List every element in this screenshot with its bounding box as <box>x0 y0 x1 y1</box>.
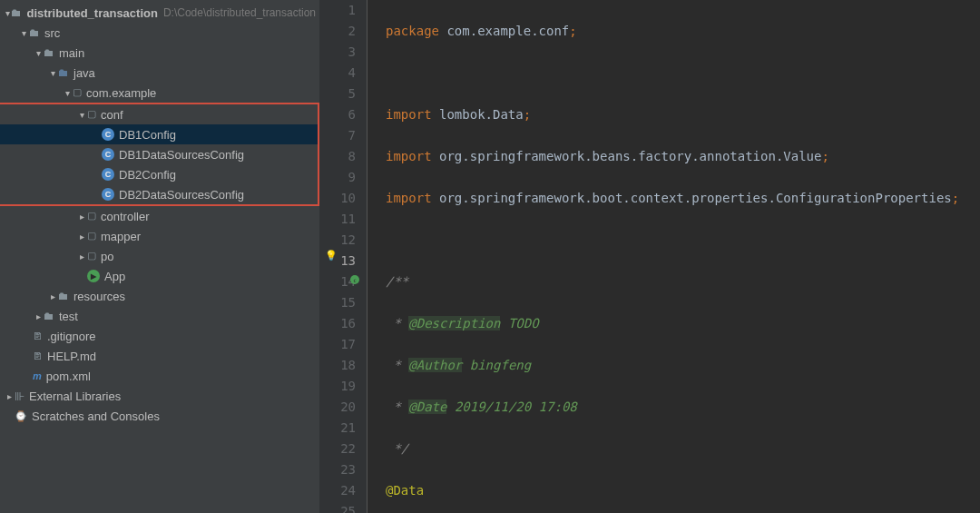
tree-root[interactable]: distributed_transaction D:\Code\distribu… <box>0 3 319 23</box>
file-icon: 🖹 <box>33 350 43 361</box>
tree-label: .gitignore <box>47 330 95 343</box>
line-number: 11 <box>319 209 356 230</box>
tree-label: pom.xml <box>46 370 91 383</box>
tree-label: App <box>104 270 125 283</box>
line-number: 24 <box>319 480 356 501</box>
line-number: 23 <box>319 459 356 480</box>
folder-icon <box>44 310 54 322</box>
line-number: 12 <box>319 230 356 251</box>
file-icon: 🖹 <box>33 330 43 341</box>
tree-item-db1config[interactable]: C DB1Config <box>0 124 318 144</box>
expand-icon[interactable] <box>47 291 58 301</box>
expand-icon[interactable] <box>18 28 29 38</box>
tree-item-test[interactable]: test <box>0 306 319 326</box>
project-tree[interactable]: distributed_transaction D:\Code\distribu… <box>0 0 319 513</box>
line-number: 21 <box>319 418 356 439</box>
line-number: 15 <box>319 292 356 313</box>
code-line: import org.springframework.boot.context.… <box>386 188 980 209</box>
expand-icon[interactable] <box>4 8 11 18</box>
code-content[interactable]: package com.example.conf; import lombok.… <box>368 0 980 513</box>
tree-item-pom[interactable]: m pom.xml <box>0 366 319 386</box>
tree-item-java[interactable]: java <box>0 63 319 83</box>
expand-icon[interactable] <box>33 48 44 58</box>
code-line: /** <box>386 271 980 292</box>
code-line: import org.springframework.beans.factory… <box>386 146 980 167</box>
maven-icon: m <box>33 370 42 381</box>
tree-item-gitignore[interactable]: 🖹 .gitignore <box>0 326 319 346</box>
expand-icon[interactable] <box>62 88 73 98</box>
line-number: 7 <box>319 125 356 146</box>
class-icon: C <box>102 188 114 201</box>
expand-icon[interactable] <box>76 110 87 120</box>
tree-item-app[interactable]: ▶ App <box>0 266 319 286</box>
code-line: * @Author bingfeng <box>386 355 980 376</box>
tree-item-conf[interactable]: ▢ conf <box>0 104 318 124</box>
folder-icon <box>58 66 69 79</box>
line-number: 9 <box>319 167 356 188</box>
line-number: 22 <box>319 439 356 459</box>
code-editor[interactable]: 1 2 3 4 5 6 7 8 9 10 11 12 13 14c 15 16 … <box>319 0 980 513</box>
tree-label: conf <box>101 108 123 122</box>
expand-icon[interactable] <box>76 212 87 222</box>
folder-icon <box>58 290 69 302</box>
expand-icon[interactable] <box>47 68 58 78</box>
tree-label: DB1DataSourcesConfig <box>119 148 244 162</box>
line-number: 2 <box>319 21 356 42</box>
code-line: * @Date 2019/11/20 17:08 <box>386 397 980 418</box>
package-icon: ▢ <box>87 108 96 120</box>
line-number: 3 <box>319 42 356 63</box>
package-icon: ▢ <box>87 230 96 242</box>
tree-path: D:\Code\distributed_transaction <box>163 6 316 19</box>
class-icon: C <box>102 168 114 181</box>
tree-item-mapper[interactable]: ▢ mapper <box>0 226 319 246</box>
lightbulb-icon[interactable]: 💡 <box>325 250 338 261</box>
code-line: */ <box>386 439 980 459</box>
tree-label: HELP.md <box>47 350 96 363</box>
tree-item-main[interactable]: main <box>0 43 319 63</box>
tree-label: java <box>74 66 95 80</box>
tree-label: controller <box>101 210 149 223</box>
expand-icon[interactable] <box>76 232 87 242</box>
line-number: 8 <box>319 146 356 167</box>
expand-icon[interactable] <box>76 252 87 261</box>
line-number: 18 <box>319 355 356 376</box>
tree-item-help[interactable]: 🖹 HELP.md <box>0 346 319 366</box>
expand-icon[interactable] <box>4 391 15 401</box>
tree-item-db2config[interactable]: C DB2Config <box>0 164 318 184</box>
expand-icon[interactable] <box>33 311 44 321</box>
tree-label: DB2DataSourcesConfig <box>119 188 244 202</box>
run-icon: ▶ <box>87 270 100 282</box>
highlighted-folder: ▢ conf C DB1Config C DB1DataSourcesConfi… <box>0 103 319 206</box>
tree-label: DB1Config <box>119 128 176 142</box>
tree-label: External Libraries <box>29 390 121 403</box>
folder-icon <box>11 6 22 19</box>
tree-item-po[interactable]: ▢ po <box>0 246 319 266</box>
line-number: 17 <box>319 334 356 355</box>
code-line <box>386 63 980 84</box>
class-icon: C <box>102 148 114 161</box>
tree-item-scratches[interactable]: ⌚ Scratches and Consoles <box>0 406 319 426</box>
line-number: 25 <box>319 501 356 513</box>
code-line: @Data <box>386 480 980 501</box>
tree-label: src <box>44 26 60 40</box>
tree-item-package[interactable]: ▢ com.example <box>0 83 319 103</box>
tree-item-extlibs[interactable]: ⊪ External Libraries <box>0 386 319 406</box>
line-number: 10 <box>319 188 356 209</box>
library-icon: ⊪ <box>15 390 24 403</box>
tree-item-db1ds[interactable]: C DB1DataSourcesConfig <box>0 144 318 164</box>
tree-item-src[interactable]: src <box>0 23 319 43</box>
tree-item-resources[interactable]: resources <box>0 286 319 306</box>
line-number: 19 <box>319 376 356 397</box>
gutter-run-icon: c <box>350 275 359 284</box>
line-number: 20 <box>319 397 356 418</box>
code-line: import lombok.Data; <box>386 104 980 125</box>
line-number: 4 <box>319 63 356 84</box>
tree-item-db2ds[interactable]: C DB2DataSourcesConfig <box>0 184 318 204</box>
tree-label: distributed_transaction <box>26 6 157 20</box>
code-line <box>386 230 980 251</box>
tree-label: po <box>101 250 113 263</box>
tree-item-controller[interactable]: ▢ controller <box>0 206 319 226</box>
package-icon: ▢ <box>87 250 96 261</box>
line-number: 16 <box>319 313 356 334</box>
package-icon: ▢ <box>73 86 82 98</box>
